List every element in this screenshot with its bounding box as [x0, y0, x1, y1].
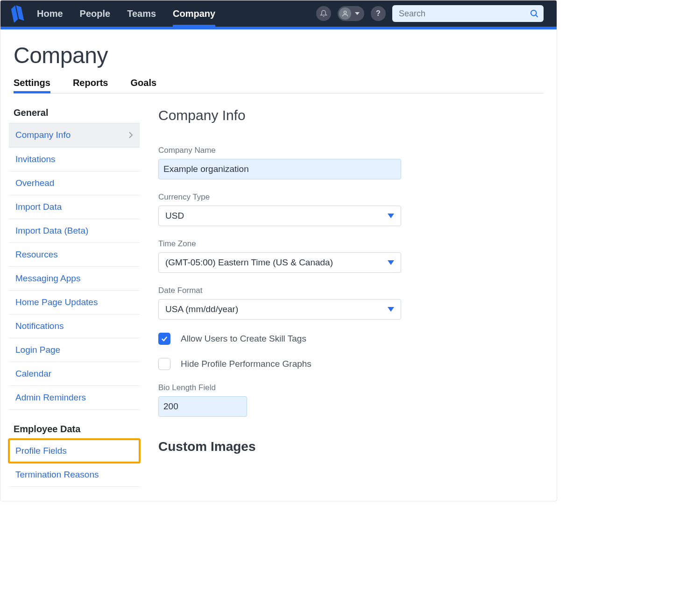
sidebar-item-label: Resources: [15, 250, 58, 260]
select-value: USA (mm/dd/year): [165, 304, 238, 314]
label-company-name: Company Name: [158, 146, 544, 155]
sidebar-item-label: Admin Reminders: [15, 392, 86, 403]
label-bio-length: Bio Length Field: [158, 383, 544, 392]
sidebar-item-label: Notifications: [15, 321, 64, 331]
sidebar-item-company-info[interactable]: Company Info: [9, 123, 140, 147]
sidebar: General Company Info Invitations Overhea…: [9, 107, 140, 501]
sidebar-item-import-data[interactable]: Import Data: [9, 195, 140, 219]
sidebar-item-calendar[interactable]: Calendar: [9, 362, 140, 385]
sidebar-item-label: Company Info: [15, 130, 71, 140]
sidebar-item-label: Overhead: [15, 178, 54, 188]
sidebar-item-invitations[interactable]: Invitations: [9, 148, 140, 171]
sidebar-item-label: Messaging Apps: [15, 273, 80, 284]
sidebar-item-admin-reminders[interactable]: Admin Reminders: [9, 386, 140, 409]
top-nav: Home People Teams Company: [37, 0, 215, 27]
label-time-zone: Time Zone: [158, 239, 544, 249]
sidebar-section-general: General: [14, 107, 140, 118]
question-icon: ?: [376, 9, 381, 18]
label-hide-graphs: Hide Profile Performance Graphs: [181, 359, 311, 369]
sidebar-item-profile-fields[interactable]: Profile Fields: [9, 439, 140, 463]
label-allow-skill-tags: Allow Users to Create Skill Tags: [181, 334, 306, 344]
brand-logo[interactable]: [6, 2, 28, 25]
search-input[interactable]: [392, 5, 544, 22]
sidebar-item-termination-reasons[interactable]: Termination Reasons: [9, 463, 140, 486]
select-currency-type[interactable]: USD: [158, 206, 401, 226]
triangle-down-icon: [388, 214, 394, 218]
tab-goals[interactable]: Goals: [130, 78, 156, 93]
search-wrap: [392, 5, 544, 22]
label-date-format: Date Format: [158, 286, 544, 295]
triangle-down-icon: [388, 307, 394, 312]
sidebar-item-label: Import Data (Beta): [15, 226, 88, 236]
sidebar-section-employee-data: Employee Data: [14, 424, 140, 435]
sidebar-item-login-page[interactable]: Login Page: [9, 338, 140, 362]
input-company-name[interactable]: [158, 159, 401, 179]
sidebar-item-label: Import Data: [15, 202, 62, 212]
triangle-down-icon: [388, 260, 394, 265]
user-menu[interactable]: [338, 6, 364, 21]
sidebar-item-notifications[interactable]: Notifications: [9, 314, 140, 338]
sidebar-item-label: Login Page: [15, 345, 60, 355]
sidebar-item-label: Calendar: [15, 369, 51, 379]
nav-people[interactable]: People: [80, 0, 111, 27]
nav-home[interactable]: Home: [37, 0, 63, 27]
sidebar-item-label: Termination Reasons: [15, 470, 99, 480]
caret-down-icon: [355, 11, 360, 16]
sidebar-item-overhead[interactable]: Overhead: [9, 171, 140, 195]
select-date-format[interactable]: USA (mm/dd/year): [158, 299, 401, 320]
nav-company[interactable]: Company: [173, 0, 215, 27]
sidebar-item-messaging-apps[interactable]: Messaging Apps: [9, 267, 140, 290]
checkbox-hide-graphs[interactable]: [158, 358, 170, 370]
section-heading-company-info: Company Info: [158, 107, 544, 123]
sidebar-item-label: Profile Fields: [15, 446, 67, 456]
bell-icon: [320, 10, 327, 17]
section-heading-custom-images: Custom Images: [158, 439, 544, 454]
nav-teams[interactable]: Teams: [127, 0, 156, 27]
page-title: Company: [14, 43, 544, 68]
checkbox-allow-skill-tags[interactable]: [158, 333, 170, 345]
topbar-right: ?: [316, 5, 544, 22]
sidebar-item-label: Invitations: [15, 154, 56, 164]
select-value: (GMT-05:00) Eastern Time (US & Canada): [165, 257, 333, 268]
sidebar-item-import-data-beta[interactable]: Import Data (Beta): [9, 219, 140, 243]
avatar-icon: [339, 7, 351, 20]
topbar: Home People Teams Company ?: [0, 0, 557, 27]
notifications-button[interactable]: [316, 6, 331, 21]
main-content: Company Info Company Name Currency Type …: [158, 107, 544, 501]
help-button[interactable]: ?: [371, 6, 386, 21]
label-currency-type: Currency Type: [158, 193, 544, 202]
input-bio-length[interactable]: [158, 396, 247, 417]
select-value: USD: [165, 211, 184, 221]
sidebar-item-label: Home Page Updates: [15, 297, 98, 307]
sidebar-item-resources[interactable]: Resources: [9, 243, 140, 266]
tab-reports[interactable]: Reports: [73, 78, 108, 93]
select-time-zone[interactable]: (GMT-05:00) Eastern Time (US & Canada): [158, 252, 401, 273]
subtabs: Settings Reports Goals: [14, 78, 544, 93]
sidebar-item-home-page-updates[interactable]: Home Page Updates: [9, 291, 140, 314]
chevron-right-icon: [128, 132, 133, 138]
check-icon: [161, 335, 168, 342]
svg-point-0: [344, 11, 346, 14]
tab-settings[interactable]: Settings: [14, 78, 50, 93]
